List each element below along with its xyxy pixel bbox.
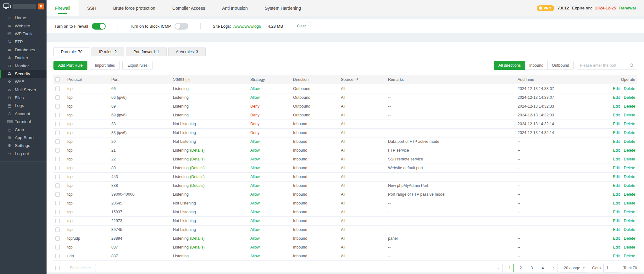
direction-filter-outbound[interactable]: Outbound: [547, 61, 574, 70]
site-logs-path-link[interactable]: /www/wwwlogs: [233, 24, 261, 29]
rule-tab-area-rules-3[interactable]: Area rules: 3: [168, 48, 206, 56]
sidebar-item-docker[interactable]: ⚓ Docker: [0, 54, 47, 62]
sidebar-item-terminal[interactable]: ⌨ Terminal: [0, 118, 47, 126]
footer-select-all-checkbox[interactable]: [55, 266, 60, 270]
sidebar-item-wp-toolkit[interactable]: Ⓦ WP Toolkit: [0, 30, 47, 38]
tab-system-hardening[interactable]: System Hardening: [256, 0, 309, 16]
sidebar-item-monitor[interactable]: ⊡ Monitor: [0, 62, 47, 70]
select-all-checkbox[interactable]: [55, 77, 60, 82]
edit-link[interactable]: Edit: [613, 245, 620, 249]
port-search-input[interactable]: [580, 63, 630, 68]
sidebar-item-log-out[interactable]: ↪ Log out: [0, 150, 47, 158]
tab-brute-force-protection[interactable]: Brute force protection: [105, 0, 164, 16]
edit-link[interactable]: Edit: [613, 236, 620, 241]
delete-link[interactable]: Delete: [622, 87, 635, 91]
details-link[interactable]: (Details): [190, 175, 205, 179]
row-checkbox[interactable]: [55, 227, 60, 232]
details-link[interactable]: (Details): [190, 183, 205, 188]
page-3[interactable]: 3: [528, 264, 536, 272]
edit-link[interactable]: Edit: [613, 175, 620, 179]
delete-link[interactable]: Delete: [622, 157, 635, 161]
search-icon[interactable]: [630, 63, 634, 68]
delete-link[interactable]: Delete: [622, 245, 635, 249]
edit-link[interactable]: Edit: [613, 95, 620, 100]
icmp-toggle[interactable]: [175, 23, 188, 30]
sidebar-item-settings[interactable]: ⚙ Settings: [0, 142, 47, 149]
edit-link[interactable]: Edit: [613, 227, 620, 232]
firewall-toggle[interactable]: [92, 23, 106, 30]
delete-link[interactable]: Delete: [622, 122, 635, 126]
sidebar-item-security[interactable]: ✪ Security: [0, 70, 47, 78]
add-port-rule-button[interactable]: Add Port Rule: [53, 61, 87, 70]
row-checkbox[interactable]: [55, 87, 60, 91]
row-checkbox[interactable]: [55, 175, 60, 179]
direction-filter-inbound[interactable]: Inbound: [525, 61, 548, 70]
row-checkbox[interactable]: [55, 201, 60, 205]
row-checkbox[interactable]: [55, 139, 60, 144]
status-help-icon[interactable]: ?: [186, 78, 190, 82]
notification-badge[interactable]: 0: [38, 3, 44, 9]
edit-link[interactable]: Edit: [613, 183, 620, 188]
delete-link[interactable]: Delete: [622, 148, 635, 153]
row-checkbox[interactable]: [55, 157, 60, 161]
row-checkbox[interactable]: [55, 122, 60, 126]
edit-link[interactable]: Edit: [613, 148, 620, 153]
row-checkbox[interactable]: [55, 131, 60, 135]
details-link[interactable]: (Details): [190, 236, 205, 241]
prev-page-button[interactable]: ‹: [495, 264, 503, 272]
sidebar-item-website[interactable]: ⊕ Website: [0, 22, 47, 30]
row-checkbox[interactable]: [55, 245, 60, 249]
row-checkbox[interactable]: [55, 113, 60, 117]
sidebar-item-cron[interactable]: ◷ Cron: [0, 126, 47, 133]
tab-firewall[interactable]: Firewall: [47, 0, 79, 16]
edit-link[interactable]: Edit: [613, 131, 620, 135]
edit-link[interactable]: Edit: [613, 87, 620, 91]
next-page-button[interactable]: ›: [550, 264, 558, 272]
page-4[interactable]: 4: [539, 264, 547, 272]
delete-link[interactable]: Delete: [622, 104, 635, 109]
details-link[interactable]: (Details): [190, 157, 205, 161]
row-checkbox[interactable]: [55, 104, 60, 109]
tab-ssh[interactable]: SSH: [79, 0, 105, 16]
clear-logs-button[interactable]: Clear: [292, 22, 311, 30]
page-1[interactable]: 1: [506, 264, 514, 272]
batch-delete-button[interactable]: Batch delete: [65, 264, 96, 272]
delete-link[interactable]: Delete: [622, 192, 635, 197]
row-checkbox[interactable]: [55, 210, 60, 214]
edit-link[interactable]: Edit: [613, 157, 620, 161]
delete-link[interactable]: Delete: [622, 201, 635, 205]
details-link[interactable]: (Details): [190, 245, 205, 249]
delete-link[interactable]: Delete: [622, 254, 635, 258]
sidebar-item-databases[interactable]: ≣ Databases: [0, 46, 47, 54]
delete-link[interactable]: Delete: [622, 166, 635, 170]
tab-compiler-access[interactable]: Compiler Access: [164, 0, 214, 16]
row-checkbox[interactable]: [55, 183, 60, 188]
rule-tab-ip-rules-2[interactable]: IP rules: 2: [92, 48, 124, 56]
row-checkbox[interactable]: [55, 236, 60, 241]
page-2[interactable]: 2: [517, 264, 525, 272]
delete-link[interactable]: Delete: [622, 113, 635, 117]
delete-link[interactable]: Delete: [622, 139, 635, 144]
page-size-select[interactable]: 20 / page: [561, 264, 588, 272]
rule-tab-port-forward-1[interactable]: Port forward: 1: [126, 48, 167, 56]
edit-link[interactable]: Edit: [613, 254, 620, 258]
sidebar-item-waf[interactable]: ❖ WAF: [0, 78, 47, 86]
goto-page-input[interactable]: [603, 264, 619, 272]
delete-link[interactable]: Delete: [622, 219, 635, 223]
details-link[interactable]: (Details): [190, 148, 205, 153]
export-rules-button[interactable]: Export rules: [122, 61, 153, 70]
details-link[interactable]: (Details): [190, 166, 205, 170]
edit-link[interactable]: Edit: [613, 139, 620, 144]
sidebar-item-ftp[interactable]: ⇅ FTP: [0, 38, 47, 46]
row-checkbox[interactable]: [55, 254, 60, 258]
row-checkbox[interactable]: [55, 166, 60, 170]
sidebar-item-mail-server[interactable]: ✉ Mail Server: [0, 86, 47, 94]
delete-link[interactable]: Delete: [622, 236, 635, 241]
delete-link[interactable]: Delete: [622, 175, 635, 179]
edit-link[interactable]: Edit: [613, 201, 620, 205]
row-checkbox[interactable]: [55, 219, 60, 223]
delete-link[interactable]: Delete: [622, 183, 635, 188]
edit-link[interactable]: Edit: [613, 166, 620, 170]
edit-link[interactable]: Edit: [613, 210, 620, 214]
sidebar-item-logs[interactable]: ▤ Logs: [0, 102, 47, 109]
